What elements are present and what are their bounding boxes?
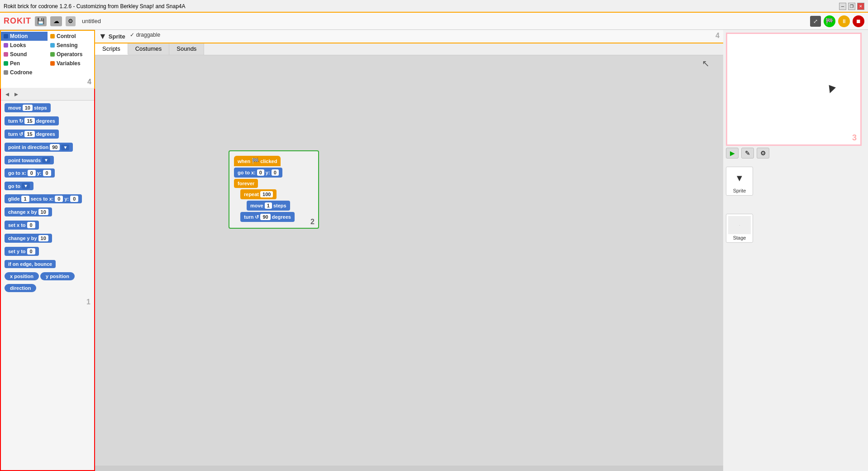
sprite-thumb-image: ▼ bbox=[728, 169, 751, 187]
panel4-indicator: 4 bbox=[715, 32, 720, 40]
sprite-draggable: ✓ draggable bbox=[130, 32, 160, 38]
script-block-repeat[interactable]: repeat 100 bbox=[240, 189, 314, 200]
stage-thumb-image: · bbox=[728, 216, 751, 234]
stop-button[interactable]: ⏹ bbox=[853, 15, 864, 27]
left-panel: Motion Control Looks Sensing bbox=[0, 30, 95, 471]
set-x-block[interactable]: set x to 0 bbox=[5, 221, 39, 230]
sprite-thumb-label: Sprite bbox=[733, 188, 746, 193]
cat-row-2: Looks Sensing bbox=[1, 41, 94, 50]
script-block-move[interactable]: move 1 steps bbox=[247, 201, 314, 211]
stage-settings-button[interactable]: ⚙ bbox=[757, 148, 769, 159]
point-towards-block[interactable]: point towards ▼ bbox=[5, 156, 54, 164]
category-looks[interactable]: Looks bbox=[1, 41, 48, 50]
sprite-name: Sprite bbox=[109, 33, 125, 40]
operators-label: Operators bbox=[57, 51, 82, 58]
script-block-goto[interactable]: go to x: 0 y: 0 bbox=[234, 168, 314, 178]
category-variables[interactable]: Variables bbox=[48, 59, 94, 68]
category-sensing[interactable]: Sensing bbox=[48, 41, 94, 50]
scrollbar[interactable] bbox=[95, 466, 723, 471]
category-operators[interactable]: Operators bbox=[48, 50, 94, 59]
block-goto-xy: go to x: 0 y: 0 bbox=[5, 168, 91, 180]
panel2-label: 2 bbox=[310, 218, 315, 226]
minimize-button[interactable]: ─ bbox=[839, 3, 846, 10]
workspace-back-arrow[interactable]: ↖ bbox=[702, 58, 710, 69]
block-point-towards: point towards ▼ bbox=[5, 156, 91, 167]
block-turn-cw: turn ↻ 15 degrees bbox=[5, 116, 91, 128]
sprite-area: ▼ Sprite ✓ draggable 4 bbox=[95, 30, 723, 43]
sprite-info: ▼ Sprite bbox=[99, 32, 125, 41]
script-block-forever[interactable]: forever bbox=[234, 179, 314, 189]
block-goto: go to ▼ bbox=[5, 182, 91, 192]
category-sound[interactable]: Sound bbox=[1, 50, 48, 59]
logo: ROKIT bbox=[4, 16, 31, 26]
nav-right-arrow[interactable]: ▸ bbox=[13, 89, 20, 99]
move-block[interactable]: move 10 steps bbox=[5, 103, 51, 112]
edge-bounce-block[interactable]: if on edge, bounce bbox=[5, 260, 56, 268]
middle: ▼ Sprite ✓ draggable 4 Scripts Costumes … bbox=[95, 30, 723, 471]
stage-sprite-arrow: ▼ bbox=[823, 80, 840, 98]
tab-costumes[interactable]: Costumes bbox=[128, 43, 170, 55]
category-pen[interactable]: Pen bbox=[1, 59, 48, 68]
pen-dot bbox=[4, 61, 8, 66]
flag-button[interactable]: 🏁 bbox=[824, 15, 835, 27]
stage-play-button[interactable]: ▶ bbox=[726, 148, 739, 159]
goto-block[interactable]: go to ▼ bbox=[5, 182, 33, 190]
blocks-palette: move 10 steps turn ↻ 15 degrees bbox=[1, 101, 94, 470]
stage-thumb-label: Stage bbox=[733, 235, 746, 240]
x-position-block[interactable]: x position bbox=[5, 272, 39, 280]
right-panel: ▼ 3 ▶ ✎ ⚙ ▼ Sprite bbox=[723, 30, 868, 471]
point-direction-block[interactable]: point in direction 90 ▼ bbox=[5, 143, 73, 152]
tabs: Scripts Costumes Sounds bbox=[95, 43, 723, 55]
sound-label: Sound bbox=[10, 51, 27, 58]
turn-cw-block[interactable]: turn ↻ 15 degrees bbox=[5, 116, 59, 125]
category-control[interactable]: Control bbox=[48, 32, 94, 41]
gear-button[interactable]: ⚙ bbox=[66, 16, 76, 26]
block-set-x: set x to 0 bbox=[5, 221, 91, 232]
project-name: untitled bbox=[82, 18, 101, 24]
script-block-event[interactable]: when 🏁 clicked bbox=[234, 156, 314, 167]
motion-dot bbox=[4, 34, 8, 38]
cat-row-4: Pen Variables bbox=[1, 59, 94, 68]
change-y-block[interactable]: change y by 10 bbox=[5, 234, 52, 243]
change-x-block[interactable]: change x by 10 bbox=[5, 207, 52, 216]
turn-ccw-block[interactable]: turn ↺ 15 degrees bbox=[5, 130, 59, 139]
block-change-y: change y by 10 bbox=[5, 234, 91, 245]
fullscreen-button[interactable]: ⤢ bbox=[810, 16, 821, 27]
sprite-thumbnails: ▼ Sprite bbox=[726, 167, 865, 196]
workspace: ↖ when 🏁 clicked go to x: bbox=[95, 55, 723, 466]
tab-sounds[interactable]: Sounds bbox=[169, 43, 204, 55]
panel4-label: 4 bbox=[1, 77, 94, 87]
panel3-label: 3 bbox=[852, 133, 857, 143]
category-motion[interactable]: Motion bbox=[1, 32, 48, 41]
sound-dot bbox=[4, 52, 8, 57]
nav-left-arrow[interactable]: ◂ bbox=[4, 89, 11, 99]
looks-dot bbox=[4, 43, 8, 48]
category-codrone[interactable]: Codrone bbox=[1, 68, 94, 77]
pause-button[interactable]: ⏸ bbox=[838, 15, 850, 27]
save-button[interactable]: 💾 bbox=[35, 16, 47, 26]
close-button[interactable]: ✕ bbox=[857, 3, 864, 10]
nav-arrows: ◂ ▸ bbox=[1, 88, 94, 101]
y-position-block[interactable]: y position bbox=[40, 272, 75, 280]
app: ROKIT 💾 ☁ ⚙ untitled ⤢ 🏁 ⏸ ⏹ Motion bbox=[0, 13, 868, 471]
glide-block[interactable]: glide 1 secs to x: 0 y: 0 bbox=[5, 194, 82, 203]
sprite-thumb-sprite[interactable]: ▼ Sprite bbox=[726, 167, 753, 196]
titlebar-left: Rokit brick for codrone 1.2.6 - Customiz… bbox=[4, 3, 186, 10]
draggable-label: draggable bbox=[136, 32, 160, 38]
block-point-direction: point in direction 90 ▼ bbox=[5, 143, 91, 154]
restore-button[interactable]: ❐ bbox=[848, 3, 855, 10]
tab-scripts[interactable]: Scripts bbox=[95, 43, 128, 55]
script-block-turn[interactable]: turn ↺ 90 degrees bbox=[240, 212, 314, 223]
direction-block[interactable]: direction bbox=[5, 284, 36, 292]
block-set-y: set y to 0 bbox=[5, 247, 91, 258]
set-y-block[interactable]: set y to 0 bbox=[5, 247, 39, 256]
oval-blocks: x position y position direction bbox=[5, 272, 91, 294]
sprite-icon: ▼ bbox=[99, 32, 107, 41]
cat-row-3: Sound Operators bbox=[1, 50, 94, 59]
stage-area: ▼ 3 bbox=[726, 33, 862, 146]
cloud-button[interactable]: ☁ bbox=[50, 16, 62, 26]
stage-thumbnails: · Stage bbox=[726, 214, 865, 243]
stage-edit-button[interactable]: ✎ bbox=[741, 148, 754, 159]
goto-xy-block[interactable]: go to x: 0 y: 0 bbox=[5, 168, 55, 178]
stage-thumb[interactable]: · Stage bbox=[726, 214, 753, 243]
